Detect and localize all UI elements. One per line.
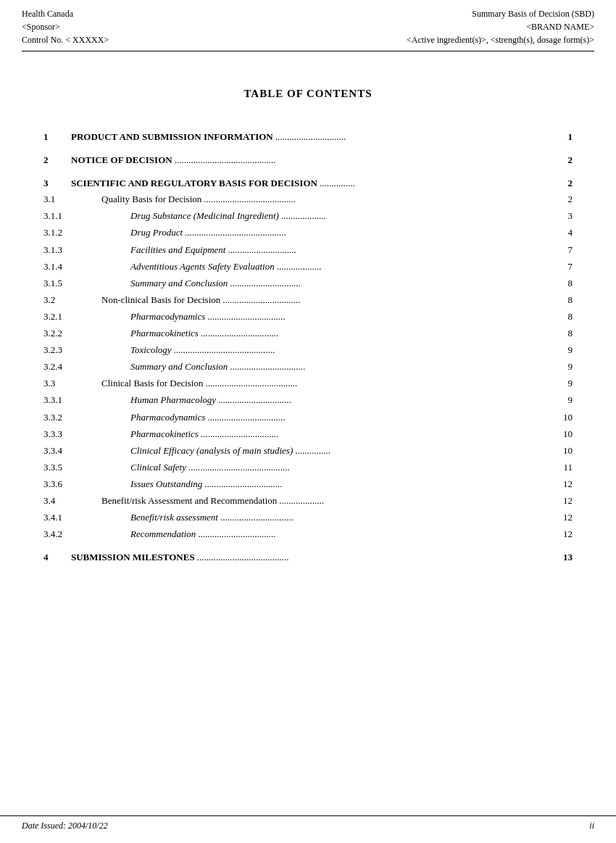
- toc-entry-page: 4: [558, 225, 573, 241]
- toc-entry-page: 10: [558, 410, 573, 425]
- toc-entry-label: Issues Outstanding: [116, 476, 202, 492]
- toc-entry-page: 8: [558, 275, 573, 291]
- toc-entry-page: 10: [558, 443, 573, 459]
- toc-entry-page: 8: [558, 325, 573, 341]
- toc-entry-label: Recommendation: [116, 526, 196, 542]
- toc-entry-label: Facilities and Equipment: [116, 242, 225, 258]
- toc-entry-label: Summary and Conclusion: [116, 359, 228, 375]
- header-left: Health Canada <Sponsor> Control No. < XX…: [22, 7, 109, 46]
- header-doc-type: Summary Basis of Decision (SBD): [407, 7, 594, 20]
- toc-row: 3.1.1Drug Substance (Medicinal Ingredien…: [43, 208, 573, 224]
- toc-entry-number: 3.2.4: [43, 359, 116, 375]
- toc-entry-dots: ...................: [277, 493, 558, 509]
- toc-entry-label: SUBMISSION MILESTONES: [71, 549, 195, 565]
- toc-entry-label: Pharmacokinetics: [116, 426, 199, 442]
- toc-entry-dots: ..............................: [273, 129, 558, 145]
- toc-entry-dots: .................................: [205, 410, 558, 425]
- toc-entry-dots: ...............: [317, 175, 558, 191]
- toc-entry-label: SCIENTIFIC AND REGULATORY BASIS FOR DECI…: [71, 175, 317, 191]
- footer-page: ii: [589, 821, 594, 831]
- toc-entry-number: 3.1.1: [43, 208, 116, 224]
- toc-row: 3.2.4Summary and Conclusion.............…: [43, 359, 573, 375]
- toc-entry-dots: .................................: [220, 292, 558, 308]
- toc-entry-number: 3.3.4: [43, 443, 116, 459]
- toc-entry-number: 3.1.4: [43, 259, 116, 275]
- toc-row: 3.2Non-clinical Basis for Decision......…: [43, 292, 573, 308]
- toc-entry-dots: ...................: [275, 259, 558, 275]
- toc-entry-page: 9: [558, 392, 573, 408]
- page: Health Canada <Sponsor> Control No. < XX…: [0, 0, 616, 843]
- toc-entry-dots: .................................: [202, 476, 558, 492]
- toc-entry-page: 9: [558, 342, 573, 358]
- toc-row: 3.1.4Adventitious Agents Safety Evaluati…: [43, 259, 573, 275]
- toc-row: 3.3.4Clinical Efficacy (analysis of main…: [43, 443, 573, 459]
- toc-entry-dots: .............................: [225, 242, 558, 258]
- main-content: TABLE OF CONTENTS 1PRODUCT AND SUBMISSIO…: [0, 51, 616, 623]
- toc-entry-page: 9: [558, 375, 573, 391]
- toc-entry-number: 4: [43, 549, 71, 565]
- toc-entry-label: Adventitious Agents Safety Evaluation: [116, 259, 275, 275]
- toc-row: 3.1.2Drug Product.......................…: [43, 225, 573, 241]
- toc-entry-dots: ..............................: [228, 275, 558, 291]
- toc-entry-page: 12: [558, 476, 573, 492]
- toc-entry-number: 3.2.3: [43, 342, 116, 358]
- toc-entry-dots: ...............................: [218, 510, 558, 526]
- header-brand: <BRAND NAME>: [407, 20, 594, 33]
- toc-entry-page: 7: [558, 242, 573, 258]
- toc-row: 3.1.3Facilities and Equipment...........…: [43, 242, 573, 258]
- toc-row: 3.3.5Clinical Safety....................…: [43, 460, 573, 476]
- toc-entry-number: 3.3.6: [43, 476, 116, 492]
- toc-row: 3.2.2Pharmacokinetics...................…: [43, 325, 573, 341]
- toc-entry-dots: ................................: [228, 359, 558, 375]
- toc-entry-number: 3.2.2: [43, 325, 116, 341]
- toc-entry-number: 3.3.5: [43, 460, 116, 476]
- toc-entry-label: Drug Substance (Medicinal Ingredient): [116, 208, 279, 224]
- toc-entry-label: Summary and Conclusion: [116, 275, 228, 291]
- toc-entry-page: 13: [558, 549, 573, 565]
- header-right: Summary Basis of Decision (SBD) <BRAND N…: [407, 7, 594, 46]
- toc-row: 3.4Benefit/risk Assessment and Recommend…: [43, 493, 573, 509]
- toc-entry-dots: .......................................: [195, 549, 558, 565]
- toc-entry-label: Benefit/risk assessment: [116, 510, 218, 526]
- toc-row: 3.4.2Recommendation.....................…: [43, 526, 573, 542]
- toc-entry-number: 1: [43, 129, 71, 145]
- toc-entry-label: Benefit/risk Assessment and Recommendati…: [94, 493, 277, 509]
- toc-entry-page: 7: [558, 259, 573, 275]
- toc-entry-label: NOTICE OF DECISION: [71, 152, 172, 168]
- header-ingredient: <Active ingredient(s)>, <strength(s), do…: [407, 33, 594, 46]
- toc-title: TABLE OF CONTENTS: [43, 88, 573, 100]
- toc-entry-number: 3.1.5: [43, 275, 116, 291]
- toc-entry-page: 2: [558, 175, 573, 191]
- toc-entry-dots: ........................................…: [183, 225, 558, 241]
- toc-row: 3.4.1Benefit/risk assessment............…: [43, 510, 573, 526]
- toc-entry-label: Clinical Safety: [116, 460, 186, 476]
- toc-entry-number: 3.2.1: [43, 309, 116, 325]
- toc-entry-number: 3.1: [43, 191, 94, 207]
- toc-entry-page: 1: [558, 129, 573, 145]
- toc-entry-label: Drug Product: [116, 225, 183, 241]
- header-sponsor: <Sponsor>: [22, 20, 109, 33]
- toc-entry-page: 3: [558, 208, 573, 224]
- toc-entry-number: 3.3.1: [43, 392, 116, 408]
- toc-row: 2NOTICE OF DECISION.....................…: [43, 152, 573, 168]
- toc-entry-number: 3.4: [43, 493, 94, 509]
- toc-entry-label: PRODUCT AND SUBMISSION INFORMATION: [71, 129, 273, 145]
- toc-entry-label: Pharmacokinetics: [116, 325, 199, 341]
- toc-entry-dots: ...................: [279, 208, 558, 224]
- toc-entry-label: Toxicology: [116, 342, 172, 358]
- toc-entry-page: 11: [558, 460, 573, 476]
- toc-row: 3.3.1Human Pharmacology.................…: [43, 392, 573, 408]
- toc-entry-number: 3.1.2: [43, 225, 116, 241]
- toc-entry-page: 9: [558, 359, 573, 375]
- toc-entry-page: 12: [558, 526, 573, 542]
- toc-entry-number: 3.4.2: [43, 526, 116, 542]
- header-org: Health Canada: [22, 7, 109, 20]
- toc-entry-number: 3.3.2: [43, 410, 116, 425]
- toc-entry-number: 3.4.1: [43, 510, 116, 526]
- header: Health Canada <Sponsor> Control No. < XX…: [0, 0, 616, 51]
- toc-entry-label: Clinical Efficacy (analysis of main stud…: [116, 443, 293, 459]
- toc-entry-dots: ........................................…: [172, 342, 558, 358]
- toc-entry-number: 3.2: [43, 292, 94, 308]
- toc-entry-page: 10: [558, 426, 573, 442]
- toc-entry-dots: ...............: [293, 443, 558, 459]
